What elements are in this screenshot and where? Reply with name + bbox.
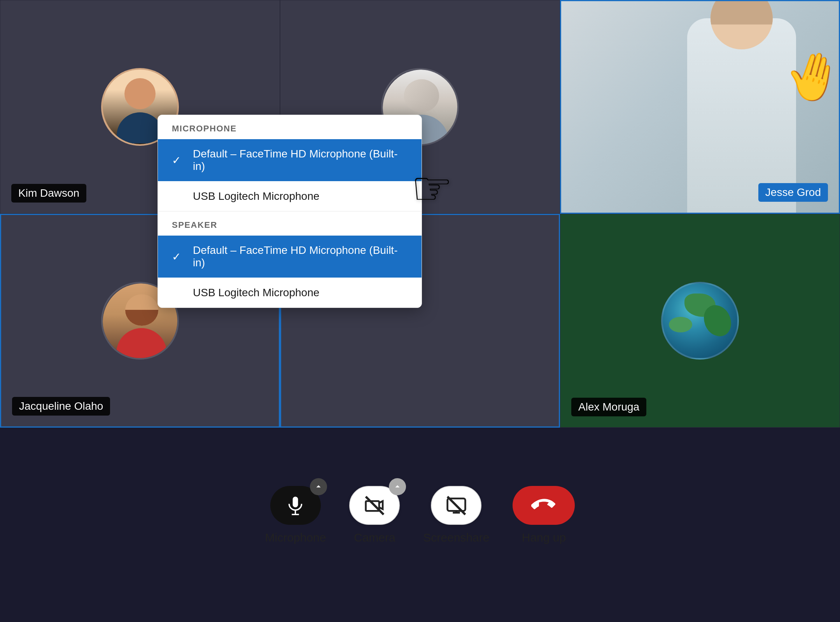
- dropdown-item-usb-mic[interactable]: ✓ USB Logitech Microphone: [158, 181, 422, 211]
- camera-off-icon: [364, 495, 385, 516]
- mic-dropdown-arrow[interactable]: [310, 478, 327, 495]
- hangup-icon: [531, 493, 556, 518]
- hangup-button[interactable]: [513, 486, 575, 525]
- toolbar-item-screenshare: Screenshare: [423, 486, 489, 544]
- screenshare-off-icon: [446, 495, 467, 516]
- microphone-label: Microphone: [265, 531, 326, 544]
- dropdown-menu-container: MICROPHONE ✓ Default – FaceTime HD Micro…: [158, 115, 422, 308]
- hangup-label: Hang up: [522, 531, 566, 544]
- default-mic-label: Default – FaceTime HD Microphone (Built-…: [193, 148, 408, 173]
- camera-dropdown-arrow[interactable]: [389, 478, 406, 495]
- camera-button-wrap: [349, 486, 400, 525]
- screenshare-button[interactable]: [431, 486, 481, 525]
- toolbar: Microphone Camera: [0, 486, 840, 544]
- dropdown-item-default-speaker[interactable]: ✓ Default – FaceTime HD Microphone (Buil…: [158, 236, 422, 278]
- checkmark-icon-default-speaker: ✓: [172, 250, 186, 263]
- mic-button-wrap: [270, 486, 321, 525]
- name-tag-alex-moruga: Alex Moruga: [571, 398, 646, 416]
- toolbar-item-camera: Camera: [349, 486, 400, 544]
- audio-settings-dropdown: MICROPHONE ✓ Default – FaceTime HD Micro…: [158, 115, 422, 308]
- usb-mic-label: USB Logitech Microphone: [193, 190, 319, 203]
- checkmark-icon-default-mic: ✓: [172, 154, 186, 167]
- microphone-section-header: MICROPHONE: [158, 115, 422, 139]
- name-tag-jesse-grod: Jesse Grod: [758, 183, 828, 202]
- usb-speaker-label: USB Logitech Microphone: [193, 287, 319, 299]
- video-cell-alex-moruga: Alex Moruga: [560, 214, 840, 428]
- speaker-section-header: SPEAKER: [158, 211, 422, 236]
- toolbar-item-hangup: Hang up: [513, 486, 575, 544]
- video-cell-jesse-grod: 🤚 Jesse Grod: [560, 0, 840, 214]
- microphone-icon: [285, 495, 306, 516]
- default-speaker-label: Default – FaceTime HD Microphone (Built-…: [193, 244, 408, 269]
- toolbar-item-microphone: Microphone: [265, 486, 326, 544]
- name-tag-kim-dawson: Kim Dawson: [11, 184, 86, 203]
- camera-label: Camera: [354, 531, 396, 544]
- dropdown-item-usb-speaker[interactable]: ✓ USB Logitech Microphone: [158, 278, 422, 308]
- dropdown-item-default-mic[interactable]: ✓ Default – FaceTime HD Microphone (Buil…: [158, 139, 422, 181]
- screenshare-label: Screenshare: [423, 531, 489, 544]
- name-tag-jacqueline-olaho: Jacqueline Olaho: [12, 397, 110, 416]
